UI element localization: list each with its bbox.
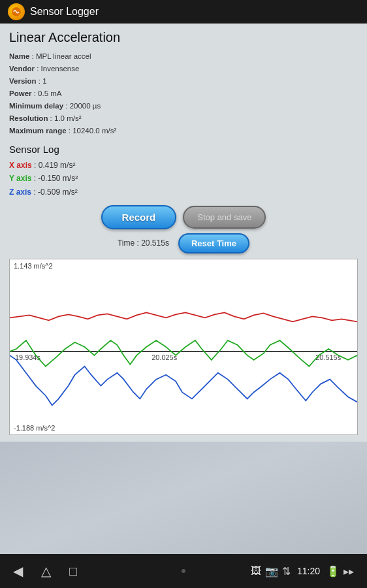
- battery-area: 🔋 ▸▸: [327, 565, 354, 578]
- power-label: Power: [9, 90, 32, 97]
- axis-readings: X axis : 0.419 m/s² Y axis : -0.150 m/s²…: [9, 159, 358, 199]
- camera-icon: 📷: [265, 565, 278, 578]
- record-button[interactable]: Record: [101, 205, 177, 229]
- transfer-icon: ⇅: [282, 565, 291, 578]
- nav-dot: [182, 569, 185, 573]
- chart-svg: 19.934s 20.025s 20.515s: [10, 259, 357, 434]
- nav-icons-right: 🖼 📷 ⇅: [251, 565, 291, 578]
- reset-time-button[interactable]: Reset Time: [178, 233, 249, 253]
- battery-icon: 🔋: [327, 565, 340, 578]
- back-icon[interactable]: ◀: [13, 563, 23, 579]
- app-title-label: Sensor Logger: [30, 6, 99, 18]
- home-icon[interactable]: △: [41, 563, 51, 579]
- min-delay-value: 20000 µs: [70, 102, 101, 110]
- x-axis-value: 0.419 m/s²: [39, 161, 76, 170]
- max-range-label: Maximum range: [9, 127, 67, 135]
- y-axis-label: Y axis: [9, 174, 31, 183]
- version-label: Version: [9, 77, 37, 85]
- sensor-info: Name : MPL linear accel Vendor : Invense…: [9, 50, 358, 137]
- sensor-log-title: Sensor Log: [9, 144, 358, 155]
- svg-text:20.025s: 20.025s: [152, 353, 177, 361]
- name-label: Name: [9, 52, 29, 60]
- chart-container: 1.143 m/s^2 19.934s 20.025s 20.515s -1.1…: [9, 259, 358, 435]
- nav-bar: ◀ △ □ 🖼 📷 ⇅ 11:20 🔋 ▸▸: [0, 554, 367, 588]
- buttons-row: Record Stop and save: [9, 205, 358, 229]
- time-row: Time : 20.515s Reset Time: [9, 233, 358, 253]
- page-title: Linear Acceleration: [9, 30, 358, 45]
- resolution-value: 1.0 m/s²: [54, 114, 82, 122]
- time-value: 20.515s: [141, 238, 169, 248]
- chart-y-max: 1.143 m/s^2: [14, 262, 53, 270]
- nav-left: ◀ △ □: [13, 563, 77, 579]
- main-content: Linear Acceleration Name : MPL linear ac…: [0, 24, 367, 442]
- signal-icon: ▸▸: [343, 565, 354, 578]
- nav-time: 11:20: [297, 566, 320, 576]
- min-delay-label: Minimum delay: [9, 102, 63, 110]
- power-value: 0.5 mA: [38, 90, 61, 97]
- resolution-label: Resolution: [9, 114, 48, 122]
- x-axis-label: X axis: [9, 161, 32, 170]
- time-label: Time : 20.515s: [118, 238, 169, 248]
- recent-apps-icon[interactable]: □: [69, 564, 77, 579]
- name-value: MPL linear accel: [36, 52, 91, 60]
- app-icon: [8, 3, 25, 20]
- status-bar: Sensor Logger: [0, 0, 367, 24]
- nav-right: 🖼 📷 ⇅ 11:20 🔋 ▸▸: [251, 565, 354, 578]
- max-range-value: 10240.0 m/s²: [72, 127, 116, 135]
- z-axis-label: Z axis: [9, 188, 31, 197]
- y-axis-value: -0.150 m/s²: [39, 174, 78, 183]
- z-axis-value: -0.509 m/s²: [38, 188, 78, 197]
- version-value: 1: [42, 77, 46, 85]
- screenshot-icon: 🖼: [251, 565, 261, 577]
- vendor-value: Invensense: [41, 65, 80, 73]
- stop-save-button[interactable]: Stop and save: [183, 206, 266, 229]
- vendor-label: Vendor: [9, 65, 35, 73]
- chart-y-min: -1.188 m/s^2: [14, 424, 55, 432]
